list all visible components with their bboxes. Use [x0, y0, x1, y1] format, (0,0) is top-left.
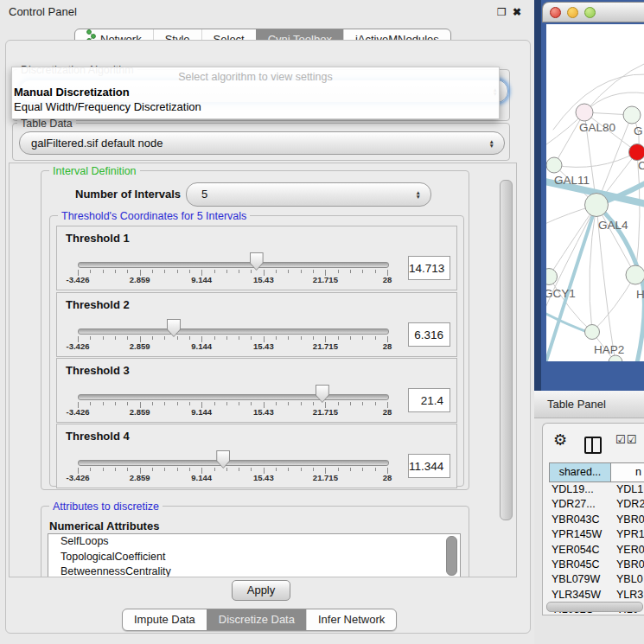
slider-tick [276, 336, 277, 340]
slider-tick [214, 468, 215, 471]
node-h[interactable] [626, 265, 644, 284]
slider-tick [226, 402, 227, 405]
slider-tick [301, 468, 302, 471]
table-cell-name[interactable]: YDR2 [616, 497, 644, 512]
slider-track[interactable] [78, 262, 389, 268]
table-cell-name[interactable]: YBL0 [616, 572, 643, 587]
table-data-combobox[interactable]: galFiltered.sif default node ▲▼ [19, 131, 505, 155]
slider-tick-label: 2.859 [130, 341, 150, 351]
close-icon[interactable]: ✖ [513, 6, 521, 18]
threshold-value-field[interactable]: 6.316 [408, 322, 450, 347]
spinner-icon[interactable]: ▲▼ [489, 139, 494, 148]
slider-tick [177, 336, 178, 340]
float-window-icon[interactable]: ❒ [497, 6, 507, 18]
mac-minimize-icon[interactable] [567, 7, 578, 18]
node-label-hap2: HAP2 [594, 343, 624, 356]
slider-tick-label: -3.426 [67, 473, 90, 482]
slider-tick-label: 2.859 [130, 473, 150, 482]
slider-tick [276, 402, 277, 405]
dropdown-item-equal-width[interactable]: Equal Width/Frequency Discretization [14, 100, 201, 113]
table-cell-shared-name[interactable]: YDR27... [552, 497, 596, 512]
window-shadow-edge [534, 0, 541, 393]
algorithm-dropdown-popup: Select algorithm to view settings Manual… [11, 67, 500, 119]
table-cell-shared-name[interactable]: YDL19... [552, 482, 594, 497]
number-of-intervals-combobox[interactable]: 5 ▲▼ [186, 182, 431, 207]
horizontal-scrollbar[interactable] [546, 602, 643, 612]
slider-tick [301, 270, 302, 273]
mac-close-icon[interactable] [550, 7, 561, 18]
table-cell-name[interactable]: YER0 [616, 543, 644, 558]
slider-tick [90, 270, 91, 273]
table-cell-shared-name[interactable]: YER054C [552, 543, 600, 558]
gear-icon[interactable]: ⚙ [553, 430, 567, 450]
slider-tick [375, 468, 376, 471]
attributes-group-title: Attributes to discretize [49, 501, 163, 513]
slider-tick [226, 336, 227, 340]
threshold-panel-1: Threshold 1-3.4262.8599.14415.4321.71528… [56, 226, 457, 290]
list-scrollbar[interactable] [446, 536, 457, 576]
node-gcy1[interactable] [546, 269, 558, 285]
node-gal80[interactable] [576, 104, 593, 121]
table-cell-shared-name[interactable]: YBR045C [552, 558, 600, 572]
column-layout-icon[interactable] [584, 437, 602, 454]
mac-zoom-icon[interactable] [584, 7, 596, 18]
network-canvas[interactable]: GAL80GCGAL11GAL4GCY1HHAP2 [546, 24, 644, 361]
threshold-value-field[interactable]: 21.4 [408, 388, 450, 412]
attribute-list-item[interactable]: BetweennessCentrality [48, 564, 460, 577]
attribute-list-item[interactable]: SelfLoops [48, 534, 460, 550]
node-gal4[interactable] [585, 194, 609, 217]
slider-tick [350, 468, 351, 471]
threshold-label: Threshold 3 [66, 364, 130, 377]
vertical-scrollbar[interactable] [500, 180, 513, 520]
table-cell-name[interactable]: YBR0 [616, 513, 644, 527]
table-cell-name[interactable]: YBR0 [616, 558, 644, 572]
node-top-right[interactable] [623, 106, 641, 124]
node-gal11[interactable] [546, 157, 562, 173]
slider-tick [214, 336, 215, 340]
column-header-shared-name[interactable]: shared... [549, 462, 611, 482]
attribute-list-item[interactable]: TopologicalCoefficient [48, 550, 460, 565]
slider-tick [239, 468, 239, 471]
column-header-name[interactable]: n [610, 462, 644, 482]
slider-tick [164, 270, 165, 273]
table-cell-shared-name[interactable]: YPR145W [552, 527, 602, 542]
bottom-tab-infer-network[interactable]: Infer Network [306, 609, 396, 630]
select-columns-icons[interactable]: ☑☑ [615, 433, 637, 446]
node-hap2[interactable] [585, 325, 600, 340]
table-data-group-title: Table Data [17, 118, 76, 130]
slider-tick [301, 402, 302, 405]
slider-tick [214, 270, 215, 273]
bottom-tab-discretize-data[interactable]: Discretize Data [207, 609, 306, 630]
network-window-titlebar[interactable] [542, 2, 644, 22]
slider-tick [226, 468, 227, 471]
slider-tick-label: 21.715 [313, 407, 338, 417]
spinner-icon[interactable]: ▲▼ [416, 190, 421, 199]
table-cell-shared-name[interactable]: YLR345W [552, 588, 601, 603]
threshold-label: Threshold 1 [66, 232, 130, 245]
dropdown-item-manual[interactable]: Manual Discretization [14, 86, 130, 99]
slider-track[interactable] [78, 460, 389, 466]
table-cell-shared-name[interactable]: YBR043C [552, 513, 600, 527]
apply-button[interactable]: Apply [232, 580, 290, 601]
threshold-panel-2: Threshold 2-3.4262.8599.14415.4321.71528… [56, 292, 457, 357]
node-red[interactable] [629, 144, 644, 161]
slider-tick [251, 336, 252, 340]
slider-tick [350, 336, 351, 340]
threshold-value-field[interactable]: 14.713 [408, 256, 450, 280]
dropdown-prompt-item[interactable]: Select algorithm to view settings [12, 71, 499, 83]
slider-tick [177, 468, 178, 471]
slider-track[interactable] [78, 328, 389, 335]
bottom-tab-impute-data[interactable]: Impute Data [123, 609, 207, 630]
slider-track[interactable] [78, 394, 389, 400]
slider-tick [103, 468, 104, 471]
slider-tick [127, 270, 128, 273]
numerical-attributes-list[interactable]: SelfLoopsTopologicalCoefficientBetweenne… [48, 533, 461, 577]
table-cell-name[interactable]: YDL1 [616, 482, 643, 497]
table-cell-name[interactable]: YLR3 [616, 588, 643, 603]
threshold-value-field[interactable]: 11.344 [408, 454, 450, 478]
table-panel-titlebar: Table Panel [534, 391, 644, 418]
table-cell-shared-name[interactable]: YBL079W [552, 572, 600, 587]
table-cell-name[interactable]: YPR1 [616, 527, 644, 542]
slider-tick-label: 28 [383, 341, 392, 351]
slider-tick [177, 270, 178, 273]
